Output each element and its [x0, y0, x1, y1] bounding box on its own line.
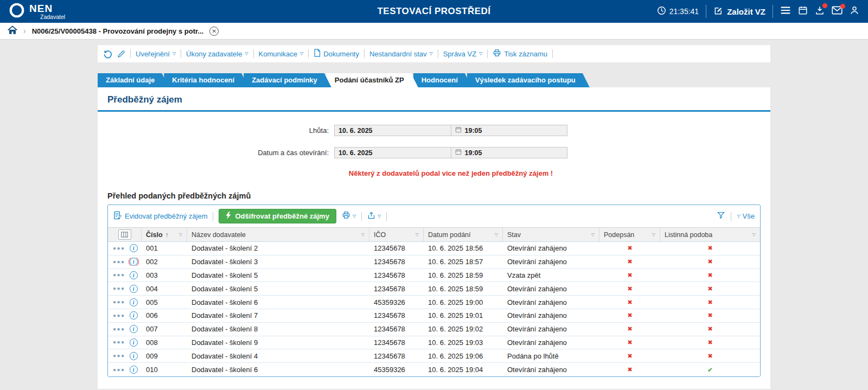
tab-content: Předběžný zájem Lhůta: 10. 6. 2025 19:05…	[98, 87, 770, 389]
divider	[364, 49, 365, 58]
oteviran-date-field[interactable]: 10. 6. 2025	[334, 147, 451, 158]
row-menu-icon[interactable]: ●●●	[113, 272, 125, 278]
lhuta-date-field[interactable]: 10. 6. 2025	[334, 125, 451, 136]
nen-logo[interactable]: NEN Zadavatel	[9, 2, 65, 21]
row-menu-icon[interactable]: ●●●	[113, 259, 125, 265]
podepsan-mark-icon: ✖	[599, 353, 660, 360]
divider	[130, 49, 131, 58]
divider	[253, 49, 254, 58]
info-icon[interactable]: i	[130, 258, 138, 266]
info-icon[interactable]: i	[130, 244, 138, 252]
podepsan-mark-icon: ✖	[599, 312, 660, 319]
cell-cislo: 009	[142, 352, 187, 360]
column-header-nazev-dodavatele[interactable]: Název dodavatele ▽	[187, 228, 369, 241]
chevron-down-icon: ▽	[173, 52, 176, 56]
column-header-ico[interactable]: IČO ▽	[369, 228, 424, 241]
table-row[interactable]: ●●● i 009 Dodavatel - školení 4 12345678…	[108, 349, 760, 363]
table-row[interactable]: ●●● i 005 Dodavatel - školení 6 45359326…	[108, 296, 760, 309]
info-icon[interactable]: i	[130, 311, 138, 319]
record-action-bar: Uveřejnění ▽ Úkony zadavatele ▽ Komunika…	[98, 45, 770, 62]
menu-tisk-zaznamu[interactable]: Tisk záznamu	[493, 49, 547, 59]
podepsan-mark-icon: ✖	[599, 258, 660, 265]
create-vz-button[interactable]: Založit VZ	[713, 6, 765, 17]
tab-hodnoceni[interactable]: Hodnocení	[413, 73, 472, 87]
column-header-stav[interactable]: Stav ▽	[503, 228, 599, 241]
cell-datum-podani: 10. 6. 2025 19:06	[424, 352, 503, 360]
filter-dropdown-icon[interactable]: ▽	[493, 233, 498, 237]
row-menu-icon[interactable]: ●●●	[113, 327, 125, 332]
sort-asc-icon: ↑	[165, 231, 169, 239]
grid-view-select[interactable]: ▽ Vše	[737, 212, 755, 220]
column-settings-icon[interactable]	[118, 229, 131, 240]
grid-print-button[interactable]: ▽	[342, 211, 356, 221]
home-icon[interactable]	[8, 25, 17, 37]
filter-dropdown-icon[interactable]: ▽	[750, 233, 756, 237]
filter-dropdown-icon[interactable]: ▽	[413, 233, 419, 237]
row-menu-icon[interactable]: ●●●	[113, 367, 125, 373]
calendar-button[interactable]	[798, 5, 808, 17]
column-header-podepsan[interactable]: Podepsán ▽	[599, 228, 660, 241]
row-menu-icon[interactable]: ●●●	[113, 246, 125, 251]
column-header-cislo[interactable]: Číslo ↑ ▽	[142, 228, 187, 241]
messages-badge	[840, 4, 845, 9]
tab-kriteria-hodnoceni[interactable]: Kritéria hodnocení	[164, 73, 248, 87]
register-interest-button[interactable]: Evidovat předběžný zájem	[113, 211, 207, 221]
filter-dropdown-icon[interactable]: ▽	[589, 233, 595, 237]
cell-ico: 12345678	[369, 311, 424, 319]
info-icon[interactable]: i	[130, 298, 138, 306]
tab-zakladni-udaje[interactable]: Základní údaje	[98, 73, 169, 87]
table-row[interactable]: ●●● i 007 Dodavatel - školení 8 12345678…	[108, 323, 760, 336]
column-label: Název dodavatele	[192, 231, 246, 239]
history-button[interactable]	[103, 49, 112, 59]
profile-button[interactable]	[850, 5, 859, 17]
oteviran-time-field[interactable]: 19:05	[451, 147, 568, 158]
filter-dropdown-icon[interactable]: ▽	[650, 233, 655, 237]
export-icon	[367, 211, 375, 222]
menu-komunikace[interactable]: Komunikace ▽	[259, 50, 304, 58]
row-menu-icon[interactable]: ●●●	[113, 340, 125, 345]
downloads-button[interactable]	[815, 5, 825, 17]
table-row[interactable]: ●●● i 004 Dodavatel - školení 5 12345678…	[108, 282, 760, 296]
filter-dropdown-icon[interactable]: ▽	[177, 233, 182, 237]
row-menu-icon[interactable]: ●●●	[113, 353, 125, 359]
section-title: Předběžný zájem	[98, 87, 770, 110]
info-icon[interactable]: i	[130, 366, 138, 374]
table-row[interactable]: ●●● i 002 Dodavatel - školení 3 12345678…	[108, 255, 760, 269]
grid-export-button[interactable]: ▽	[367, 211, 381, 222]
info-icon[interactable]: i	[130, 271, 138, 279]
divider	[706, 5, 706, 18]
table-row[interactable]: ●●● i 008 Dodavatel - školení 9 12345678…	[108, 336, 760, 350]
table-row[interactable]: ●●● i 010 Dodavatel - školení 6 45359326…	[108, 363, 760, 376]
menu-uverejneni[interactable]: Uveřejnění ▽	[136, 50, 176, 58]
decrypt-interests-button[interactable]: Odšifrovat předběžné zájmy	[219, 209, 336, 223]
row-menu-icon[interactable]: ●●●	[113, 313, 125, 318]
table-row[interactable]: ●●● i 003 Dodavatel - školení 5 12345678…	[108, 269, 760, 283]
tab-zadavaci-podminky[interactable]: Zadávací podmínky	[244, 73, 331, 87]
messages-button[interactable]	[832, 6, 843, 17]
column-header-datum-podani[interactable]: Datum podání ▽	[424, 228, 503, 241]
info-icon[interactable]: i	[130, 338, 138, 347]
info-icon[interactable]: i	[130, 325, 138, 333]
breadcrumb-record[interactable]: N006/25/V00005438 - Provozování prodejny…	[32, 27, 203, 35]
edit-record-button[interactable]	[117, 50, 125, 58]
grid-filter-button[interactable]	[717, 211, 725, 221]
lhuta-time-field[interactable]: 19:05	[451, 125, 568, 136]
column-header-listinna-podoba[interactable]: Listinná podoba ▽	[660, 228, 760, 241]
table-row[interactable]: ●●● i 001 Dodavatel - školení 2 12345678…	[108, 242, 760, 255]
cell-nazev-dodavatele: Dodavatel - školení 6	[187, 298, 369, 306]
menu-nestandardni-stav[interactable]: Nestandardní stav ▽	[369, 50, 433, 58]
clock-icon	[657, 6, 666, 17]
tab-podani-ucastniku-zp[interactable]: Podání účastníků ZP	[327, 73, 418, 87]
tab-vysledek-zadavaciho-postupu[interactable]: Výsledek zadávacího postupu	[467, 73, 590, 87]
row-menu-icon[interactable]: ●●●	[113, 299, 125, 305]
menu-ukony-zadavatele[interactable]: Úkony zadavatele ▽	[186, 50, 248, 58]
close-record-icon[interactable]: ✕	[209, 27, 219, 36]
table-row[interactable]: ●●● i 006 Dodavatel - školení 7 12345678…	[108, 309, 760, 323]
info-icon[interactable]: i	[130, 352, 138, 360]
menu-dokumenty[interactable]: Dokumenty	[314, 49, 359, 59]
menu-sprava-vz[interactable]: Správa VZ ▽	[443, 50, 483, 58]
filter-dropdown-icon[interactable]: ▽	[359, 233, 365, 237]
row-menu-icon[interactable]: ●●●	[113, 286, 125, 291]
info-icon[interactable]: i	[130, 285, 138, 293]
menu-button[interactable]	[780, 6, 791, 17]
